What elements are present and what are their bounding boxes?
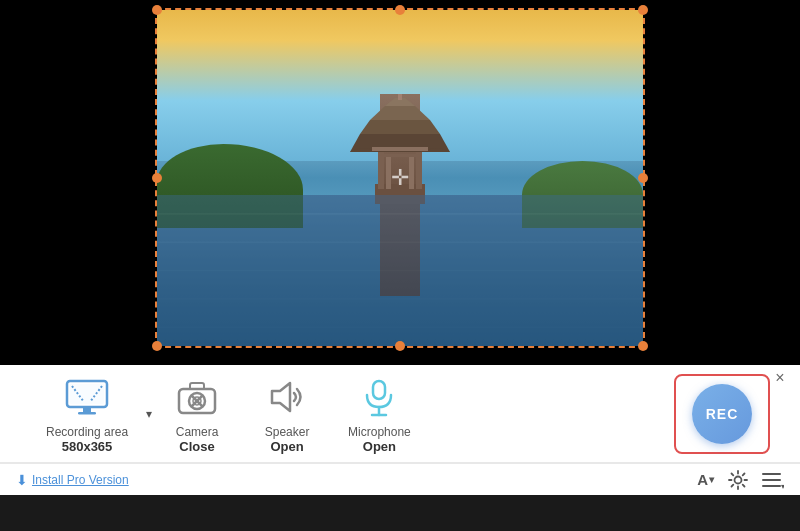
handle-middle-right[interactable] — [638, 173, 648, 183]
speaker-label: Speaker — [265, 425, 310, 439]
camera-tool[interactable]: Camera Close — [152, 365, 242, 462]
speaker-icon — [263, 373, 311, 421]
handle-middle-left[interactable] — [152, 173, 162, 183]
camera-value: Close — [179, 439, 214, 454]
speaker-value: Open — [270, 439, 303, 454]
camera-icon — [173, 373, 221, 421]
recording-area-group: Recording area 580x365 ▾ — [30, 365, 152, 462]
recording-area-icon — [63, 373, 111, 421]
install-pro-link[interactable]: Install Pro Version — [32, 473, 129, 487]
svg-point-32 — [735, 476, 742, 483]
recording-area-label: Recording area — [46, 425, 128, 439]
rec-button-container: REC — [674, 374, 770, 454]
menu-button[interactable]: ▾ — [762, 471, 784, 489]
svg-rect-4 — [409, 154, 414, 189]
rec-button[interactable]: REC — [692, 384, 752, 444]
handle-bottom-center[interactable] — [395, 341, 405, 351]
bottom-icons: A▾ ▾ — [697, 470, 784, 490]
svg-rect-21 — [78, 412, 96, 415]
microphone-tool[interactable]: Microphone Open — [332, 365, 427, 462]
microphone-icon — [355, 373, 403, 421]
svg-marker-6 — [360, 120, 440, 134]
menu-icon: ▾ — [762, 471, 784, 489]
toolbar: Recording area 580x365 ▾ — [0, 365, 800, 495]
svg-rect-3 — [386, 154, 391, 189]
canvas-area: ✛ — [0, 0, 800, 365]
svg-rect-11 — [378, 154, 422, 157]
handle-bottom-left[interactable] — [152, 341, 162, 351]
handle-top-left[interactable] — [152, 5, 162, 15]
water-reflection — [157, 195, 643, 346]
svg-rect-19 — [70, 384, 104, 404]
microphone-value: Open — [363, 439, 396, 454]
settings-button[interactable] — [728, 470, 748, 490]
recording-area-tool[interactable]: Recording area 580x365 — [30, 365, 144, 462]
capture-region[interactable]: ✛ — [155, 8, 645, 348]
capture-image — [157, 10, 643, 346]
svg-rect-9 — [398, 94, 402, 100]
svg-rect-20 — [83, 407, 91, 412]
svg-rect-29 — [373, 381, 385, 399]
text-icon-button[interactable]: A▾ — [697, 471, 714, 488]
speaker-tool[interactable]: Speaker Open — [242, 365, 332, 462]
svg-rect-10 — [372, 147, 428, 151]
svg-text:▾: ▾ — [781, 482, 784, 489]
gear-icon — [728, 470, 748, 490]
microphone-label: Microphone — [348, 425, 411, 439]
close-button[interactable]: × — [770, 368, 790, 388]
download-icon: ⬇ — [16, 472, 28, 488]
recording-area-value: 580x365 — [62, 439, 113, 454]
handle-top-center[interactable] — [395, 5, 405, 15]
handle-bottom-right[interactable] — [638, 341, 648, 351]
camera-label: Camera — [176, 425, 219, 439]
toolbar-bottom: ⬇ Install Pro Version A▾ — [0, 463, 800, 495]
handle-top-right[interactable] — [638, 5, 648, 15]
svg-marker-7 — [370, 106, 430, 120]
toolbar-main: Recording area 580x365 ▾ — [0, 365, 800, 463]
